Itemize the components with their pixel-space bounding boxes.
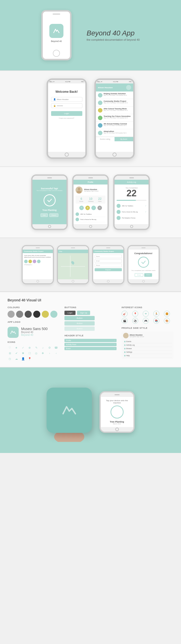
events-listing-btn[interactable]: Events Listing	[96, 137, 115, 141]
svg-point-0	[78, 188, 80, 190]
speaker-map	[71, 248, 75, 248]
profile-sb-sub: Springfield High School	[130, 336, 144, 337]
event-dot-3	[98, 108, 102, 113]
icon-check: ✓	[21, 345, 25, 350]
congrats-screen-wrapper: Congratulations! You completed your volu…	[128, 250, 159, 279]
points-screen: Activity Log You Completed 22 ABC for To…	[115, 180, 149, 224]
style-grid: Colours App Logo Museo	[8, 306, 173, 361]
profile-icon-3[interactable]: ♡	[91, 206, 96, 210]
add-button[interactable]: Add	[41, 213, 48, 217]
btn-sample-3[interactable]: Button	[64, 327, 95, 331]
header-sample-2: Activity Feed ›	[64, 343, 116, 346]
header-arrow-2: ›	[114, 344, 115, 345]
my-event-btn[interactable]: My Event	[115, 137, 133, 141]
sb-label-browse: Browse	[126, 348, 132, 349]
speaker-community	[36, 248, 40, 248]
event-item-1[interactable]: Helping Animals Volunteer May 4-5 ©10:00…	[96, 91, 133, 99]
phone-bottom-form	[93, 279, 123, 283]
activity-dot-2	[76, 218, 79, 221]
icon-pin: 📍	[27, 356, 32, 361]
event-info-4: Teaching Our Future Generation May 14-5 …	[104, 115, 131, 119]
tap-home-btn[interactable]	[115, 428, 119, 431]
event-meta-4: May 14-5 ©10:00am ©25 Keebler Rd S	[104, 117, 131, 119]
icon-gear: ⚙	[47, 345, 52, 350]
profile-icon-1[interactable]: ✎	[79, 206, 84, 210]
signup-sample-btn[interactable]: Sign Up	[77, 311, 90, 315]
btn-sample-1[interactable]: Button	[64, 316, 95, 320]
profile-sb-header: Alison Houston Springfield High School	[123, 333, 172, 338]
home-button-events[interactable]	[113, 153, 117, 157]
event-dot-6	[98, 131, 102, 135]
btn-sample-2[interactable]: Button	[64, 321, 95, 326]
icon-cloud: ☁	[14, 356, 19, 361]
sidebar-item-activity[interactable]: Activity Log	[123, 343, 172, 347]
home-btn-activity[interactable]	[130, 225, 133, 228]
sb-dot-events	[124, 341, 126, 342]
home-btn-profile[interactable]	[89, 225, 92, 228]
following-label: Following	[88, 201, 93, 202]
style-col-1: Colours App Logo Museo	[8, 306, 59, 361]
icon-heart: ♡	[8, 345, 12, 350]
password-field[interactable]: 🔒 ••••••••••	[51, 103, 82, 108]
forgot-password[interactable]: Forgot your password?	[59, 117, 74, 119]
sidebar-item-events[interactable]: Events	[123, 340, 172, 343]
al-dot-3	[117, 216, 121, 220]
phone-bottom-congrats	[128, 279, 159, 283]
interest-7: ⚽	[132, 318, 138, 324]
phone-bottom-activity	[115, 224, 149, 229]
interest-8: 🎮	[143, 318, 149, 324]
sb-label-settings: Settings	[126, 351, 132, 353]
done-button[interactable]: Done	[144, 273, 152, 277]
username-field[interactable]: 👤 Alison Housten	[51, 97, 82, 102]
home-btn-community[interactable]	[37, 280, 39, 283]
activity-phone: Activity Log You Completed 22 ABC for To…	[113, 174, 150, 230]
al-item-2: Find a Home for Me.org ✓	[117, 209, 147, 215]
profile-icon-4[interactable]: ⊕	[97, 206, 102, 210]
home-btn-map[interactable]	[72, 280, 74, 283]
tap-event-sub: March 2012	[103, 423, 131, 425]
profile-content: Alison Houston Springfield High School 6…	[74, 185, 107, 224]
section-four: Community Shelter Project Lorem ipsum do…	[0, 238, 181, 291]
app-logo-section: App Logo Museo Sans 500 Beyond 40 Beyond…	[8, 321, 59, 338]
event-item-6[interactable]: Adopt-athon May 14 ©10:00am ©25 Keebler …	[96, 129, 133, 137]
form-field-3[interactable]: Phone	[95, 264, 122, 267]
status-bar-events: BELL ▼ 4:21 PM 75%	[96, 80, 133, 83]
interest-9: 📚	[153, 318, 159, 324]
event-item-3[interactable]: After School Tutoring Week May 14-5 ©10:…	[96, 107, 133, 114]
phone-bottom-events	[96, 152, 133, 157]
header-styles: Profile › Activity Feed › Event ›	[64, 339, 116, 350]
login-sample-btn[interactable]: Login	[64, 311, 76, 315]
person-4	[37, 260, 41, 263]
app-logo-label: App Logo	[8, 321, 59, 323]
form-field-2[interactable]: Email	[95, 259, 122, 263]
sidebar-item-help[interactable]: Help	[123, 354, 172, 357]
home-button[interactable]	[65, 153, 69, 157]
event-meta-2: May 14-5 ©10:00am ©25 Keebler Rd S	[104, 102, 128, 104]
community-header: Community Shelter Project	[23, 250, 53, 253]
al-check-1: ✓	[145, 205, 147, 207]
share-button[interactable]: Share	[135, 273, 143, 277]
community-screen-wrapper: Community Shelter Project Lorem ipsum do…	[23, 250, 53, 279]
app-icon	[49, 24, 63, 38]
font-info: Museo Sans 500 Beyond 40 Beyond 40	[21, 327, 48, 336]
home-btn-form[interactable]	[107, 280, 110, 283]
icon-circle: ◎	[34, 351, 39, 355]
event-item-2[interactable]: Community Shelter Project May 14-5 ©10:0…	[96, 99, 133, 107]
form-submit-btn[interactable]: Register	[95, 268, 122, 271]
profile-sidebar-preview: Alison Houston Springfield High School E…	[122, 331, 173, 359]
event-item-4[interactable]: Teaching Our Future Generation May 14-5 …	[96, 114, 133, 122]
sidebar-item-settings[interactable]: Settings	[123, 350, 172, 354]
header-style-section: Header Style Profile › Activity Feed › E…	[64, 334, 116, 350]
home-btn-success[interactable]	[48, 225, 51, 228]
form-phone: Community Shelter Project Name Email Pho…	[92, 245, 124, 284]
report-button[interactable]: Report	[49, 213, 58, 217]
form-field-1[interactable]: Name	[95, 255, 122, 258]
home-btn-congrats[interactable]	[142, 280, 145, 283]
sidebar-item-browse[interactable]: Browse	[123, 347, 172, 350]
login-button[interactable]: Login	[51, 111, 82, 116]
profile-icon-2[interactable]: ★	[85, 206, 90, 210]
community-people	[24, 260, 51, 263]
event-item-5[interactable]: 4th Annual Holiday Carnival May 14 ©10:0…	[96, 122, 133, 129]
event-info-6: Adopt-athon May 14 ©10:00am ©25 Keebler …	[104, 130, 127, 134]
activity-text-1: ABC for Toddlers	[80, 213, 92, 215]
